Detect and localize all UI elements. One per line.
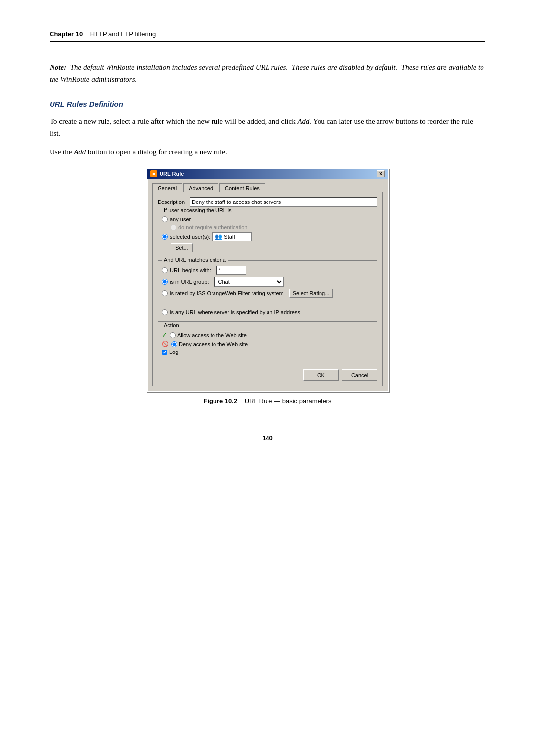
selected-users-label: selected user(s): [170,234,210,240]
body-text-1: To create a new rule, select a rule afte… [50,115,485,139]
set-button[interactable]: Set... [171,243,193,252]
deny-access-row: 🚫 Deny access to the Web site [162,341,373,347]
log-label: Log [169,349,178,355]
url-begins-label: URL begins with: [170,267,211,273]
deny-label: Deny access to the Web site [179,341,248,347]
ip-url-label: is any URL where server is specified by … [170,309,300,315]
user-group-title: If user accessing the URL is [162,207,234,213]
description-input[interactable] [190,197,377,207]
allow-label: Allow access to the Web site [177,332,247,338]
url-criteria-group-box: And URL matches criteria URL begins with… [158,260,377,322]
figure-caption-text: URL Rule — basic parameters [245,397,332,404]
user-tag: 👥 Staff [212,232,252,241]
any-user-radio[interactable] [162,216,168,222]
description-row: Description [158,197,377,207]
deny-icon: 🚫 [162,341,169,347]
section-title: URL Rules Definition [50,100,485,108]
user-tag-label: Staff [224,234,235,240]
ip-url-row: is any URL where server is specified by … [162,309,373,315]
auth-checkbox-row: do not require authentication [171,224,373,230]
winroute-ref2: WinRoute [60,75,89,83]
ok-button[interactable]: OK [303,369,339,381]
dialog-titlebar: ■ URL Rule X [147,169,388,179]
winroute-ref1: WinRoute [106,63,134,71]
auth-label: do not require authentication [178,224,247,230]
set-button-row: Set... [162,243,373,252]
spacer [162,300,373,309]
dialog-title: URL Rule [160,171,184,177]
auth-checkbox[interactable] [171,225,176,230]
url-rule-dialog: ■ URL Rule X General Advanced Content Ru… [146,168,389,392]
page: Chapter 10 HTTP and FTP filtering Note: … [0,0,535,756]
url-group-radio[interactable] [162,279,168,285]
url-group-row: is in URL group: Chat [162,277,373,287]
url-group-select[interactable]: Chat [214,277,284,287]
dialog-app-icon: ■ [150,170,157,177]
cancel-button[interactable]: Cancel [342,369,377,381]
action-title: Action [162,322,181,328]
url-begins-radio[interactable] [162,267,168,273]
url-criteria-content: URL begins with: is in URL group: [162,266,373,315]
iss-rated-row: is rated by ISS OrangeWeb Filter rating … [162,289,373,298]
url-begins-input[interactable] [216,266,246,275]
action-content: ✓ Allow access to the Web site 🚫 Deny ac… [162,331,373,355]
dialog-buttons: OK Cancel [158,366,377,381]
figure-label: Figure 10.2 [204,397,238,404]
any-user-label: any user [170,216,191,222]
url-begins-row: URL begins with: [162,266,373,275]
iss-rated-radio[interactable] [162,290,168,296]
chapter-label: Chapter 10 [50,30,83,38]
url-group-label: is in URL group: [170,279,209,285]
ip-url-radio[interactable] [162,309,168,315]
log-checkbox[interactable] [162,350,167,355]
dialog-body: General Advanced Content Rules Descripti… [147,179,388,391]
figure-caption: Figure 10.2 URL Rule — basic parameters [50,397,485,404]
selected-users-radio[interactable] [162,234,168,240]
chapter-header-text: Chapter 10 HTTP and FTP filtering [50,30,156,38]
note-paragraph: Note: The default WinRoute installation … [50,61,485,85]
tab-content: Description If user accessing the URL is… [152,192,383,386]
allow-radio[interactable] [170,332,176,338]
chapter-header: Chapter 10 HTTP and FTP filtering [50,30,485,42]
body-text-2: Use the Add button to open a dialog for … [50,146,485,158]
iss-rated-label: is rated by ISS OrangeWeb Filter rating … [170,290,284,296]
selected-users-row: selected user(s): 👥 Staff [162,232,373,241]
chapter-title: HTTP and FTP filtering [90,30,156,38]
page-number: 140 [50,434,485,442]
note-prefix: Note: [50,63,66,71]
allow-access-row: ✓ Allow access to the Web site [162,331,373,339]
titlebar-left: ■ URL Rule [150,170,184,177]
deny-radio[interactable] [171,341,177,347]
dialog-wrapper: ■ URL Rule X General Advanced Content Ru… [50,168,485,392]
url-criteria-title: And URL matches criteria [162,257,228,263]
any-user-row: any user [162,216,373,222]
user-group-content: any user do not require authentication s… [162,216,373,252]
log-row: Log [162,349,373,355]
user-group-box: If user accessing the URL is any user do… [158,211,377,256]
select-rating-button[interactable]: Select Rating... [289,289,333,298]
dialog-close-button[interactable]: X [377,170,385,177]
users-icon: 👥 [215,233,222,240]
tab-bar: General Advanced Content Rules [152,183,383,192]
description-label: Description [158,199,185,205]
action-group-box: Action ✓ Allow access to the Web site 🚫 [158,326,377,361]
allow-icon: ✓ [162,331,167,339]
